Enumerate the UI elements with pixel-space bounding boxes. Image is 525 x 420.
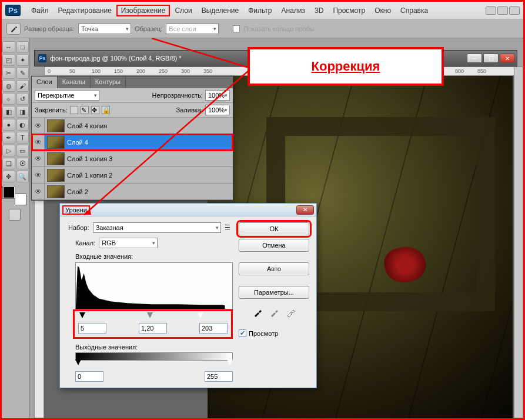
- input-sliders[interactable]: [78, 314, 228, 321]
- menu-help[interactable]: Справка: [396, 5, 433, 16]
- layer-thumbnail: [47, 136, 65, 149]
- show-ring-label: Показать кольцо пробы: [243, 25, 315, 32]
- menu-3d[interactable]: 3D: [310, 5, 328, 16]
- shadow-input[interactable]: [78, 323, 106, 334]
- pen-tool[interactable]: ✒: [2, 132, 15, 144]
- move-tool[interactable]: ↔: [2, 41, 15, 53]
- visibility-icon[interactable]: 👁: [32, 184, 45, 199]
- vertical-scrollbar[interactable]: [514, 66, 523, 418]
- 3d-tool[interactable]: ❑: [2, 158, 15, 169]
- menu-window[interactable]: Окно: [370, 5, 396, 16]
- sample-source-combo[interactable]: Все слои: [166, 24, 219, 34]
- output-white-slider[interactable]: [227, 359, 233, 365]
- eyedropper-tool-icon[interactable]: [6, 23, 21, 35]
- output-gradient[interactable]: [75, 352, 233, 361]
- menu-edit[interactable]: Редактирование: [53, 5, 116, 16]
- layer-row[interactable]: 👁 Слой 1 копия 2: [32, 167, 233, 184]
- visibility-icon[interactable]: 👁: [32, 167, 45, 183]
- dialog-titlebar[interactable]: Уровни ✕: [60, 204, 316, 216]
- cancel-button[interactable]: Отмена: [239, 239, 309, 252]
- output-white-input[interactable]: [205, 371, 233, 382]
- midtone-input[interactable]: [139, 323, 167, 334]
- gradient-tool[interactable]: ◨: [16, 106, 29, 118]
- crop-tool[interactable]: ✂: [2, 67, 15, 79]
- auto-button[interactable]: Авто: [239, 262, 309, 275]
- visibility-icon[interactable]: 👁: [32, 118, 45, 134]
- highlight-input[interactable]: [199, 323, 228, 334]
- lock-transparency-icon[interactable]: [70, 106, 78, 114]
- quickmask-icon[interactable]: [9, 209, 21, 221]
- window-close-button[interactable]: ✕: [500, 54, 515, 63]
- menu-select[interactable]: Выделение: [197, 5, 244, 16]
- path-tool[interactable]: ▷: [2, 145, 15, 156]
- output-sliders[interactable]: [75, 361, 233, 368]
- preset-combo[interactable]: Заказная: [93, 222, 221, 233]
- options-button[interactable]: Параметры...: [239, 286, 309, 299]
- menubar: Ps Файл Редактирование Изображение Слои …: [2, 2, 523, 19]
- black-eyedropper-icon[interactable]: [253, 308, 262, 319]
- menu-image[interactable]: Изображение: [116, 5, 170, 16]
- type-tool[interactable]: T: [16, 132, 29, 144]
- heal-tool[interactable]: ◍: [2, 80, 15, 92]
- brush-tool[interactable]: 🖌: [16, 80, 29, 92]
- tab-paths[interactable]: Контуры: [91, 76, 126, 88]
- color-swatches[interactable]: [3, 186, 26, 205]
- white-point-slider[interactable]: [198, 312, 203, 318]
- opacity-field[interactable]: 100%: [205, 90, 230, 101]
- blur-tool[interactable]: ●: [2, 119, 15, 131]
- layer-thumbnail: [47, 169, 65, 182]
- layer-row[interactable]: 👁 Слой 1 копия 3: [32, 151, 233, 167]
- fill-field[interactable]: 100%: [205, 105, 230, 115]
- foreground-color[interactable]: [3, 186, 15, 198]
- visibility-icon[interactable]: 👁: [32, 134, 45, 150]
- gray-point-slider[interactable]: [147, 312, 153, 318]
- white-eyedropper-icon[interactable]: [286, 308, 295, 319]
- menu-layers[interactable]: Слои: [170, 5, 196, 16]
- layer-row[interactable]: 👁 Слой 2: [32, 184, 233, 200]
- lock-pixels-icon[interactable]: ✎: [81, 106, 89, 114]
- lasso-tool[interactable]: ◰: [2, 54, 15, 66]
- workspace-icon[interactable]: [486, 6, 496, 15]
- channel-combo[interactable]: RGB: [99, 238, 158, 248]
- tab-channels[interactable]: Каналы: [58, 76, 91, 88]
- layer-name: Слой 2: [67, 188, 88, 195]
- preset-menu-icon[interactable]: ☰: [225, 224, 233, 232]
- stamp-tool[interactable]: ⟐: [2, 93, 15, 105]
- shape-tool[interactable]: ▭: [16, 145, 29, 156]
- wand-tool[interactable]: ✦: [16, 54, 29, 66]
- tab-layers[interactable]: Слои: [32, 76, 58, 88]
- black-point-slider[interactable]: [79, 312, 85, 318]
- menu-file[interactable]: Файл: [26, 5, 53, 16]
- screenmode-icon[interactable]: [509, 6, 520, 15]
- sample-size-combo[interactable]: Точка: [78, 24, 131, 34]
- menu-analysis[interactable]: Анализ: [277, 5, 310, 16]
- layer-row[interactable]: 👁 Слой 4: [32, 134, 233, 151]
- dialog-close-button[interactable]: ✕: [296, 205, 314, 215]
- blend-mode-combo[interactable]: Перекрытие: [35, 90, 99, 101]
- eraser-tool[interactable]: ◧: [2, 106, 15, 118]
- lock-all-icon[interactable]: 🔒: [102, 106, 110, 114]
- dodge-tool[interactable]: ◐: [16, 119, 29, 131]
- ok-button[interactable]: ОК: [239, 222, 309, 235]
- gray-eyedropper-icon[interactable]: [269, 308, 279, 319]
- menu-view[interactable]: Просмотр: [328, 5, 370, 16]
- 3d-camera-tool[interactable]: ⦿: [16, 158, 29, 169]
- menu-filter[interactable]: Фильтр: [243, 5, 276, 16]
- zoom-tool[interactable]: 🔍: [16, 171, 29, 182]
- window-minimize-button[interactable]: ─: [467, 54, 482, 63]
- visibility-icon[interactable]: 👁: [32, 151, 45, 166]
- background-color[interactable]: [15, 194, 26, 205]
- output-black-input[interactable]: [75, 371, 103, 382]
- mb-icon[interactable]: [497, 6, 508, 15]
- window-maximize-button[interactable]: ☐: [483, 54, 499, 63]
- marquee-tool[interactable]: □: [16, 41, 29, 53]
- output-black-slider[interactable]: [75, 359, 81, 365]
- eyedropper-tool[interactable]: ✎: [16, 67, 29, 79]
- layer-row[interactable]: 👁 Слой 4 копия: [32, 118, 233, 134]
- history-brush-tool[interactable]: ↺: [16, 93, 29, 105]
- preview-checkbox[interactable]: ✔: [239, 329, 246, 337]
- hand-tool[interactable]: ✥: [2, 171, 15, 182]
- opacity-label: Непрозрачность:: [152, 92, 203, 99]
- lock-position-icon[interactable]: ✥: [91, 106, 99, 114]
- show-ring-checkbox[interactable]: [233, 25, 240, 32]
